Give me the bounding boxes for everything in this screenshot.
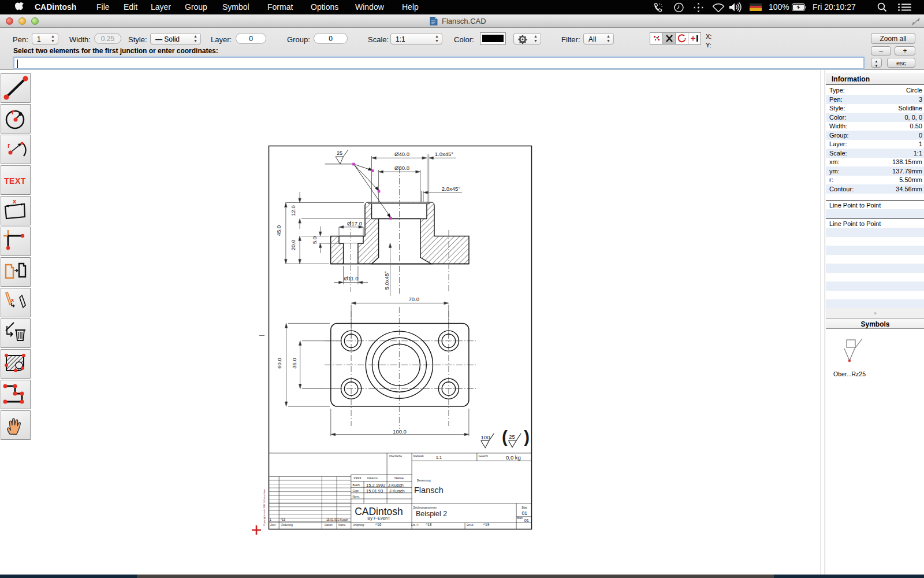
svg-text:Datum: Datum <box>367 476 378 480</box>
svg-text:r: r <box>8 142 10 150</box>
svg-text:Zust: Zust <box>270 524 276 527</box>
svg-text:1993: 1993 <box>353 476 362 480</box>
svg-text:15.01.93: 15.01.93 <box>326 518 338 521</box>
svg-text:Benennung: Benennung <box>417 479 431 482</box>
svg-text:Ursprung:: Ursprung: <box>353 524 364 527</box>
svg-text:Maßstab: Maßstab <box>413 455 424 458</box>
svg-text:^16: ^16 <box>375 523 382 527</box>
svg-text:Blatt: Blatt <box>517 517 523 520</box>
svg-text:1: 1 <box>270 518 271 521</box>
svg-text:Name: Name <box>338 524 346 527</box>
svg-text:15.2.1992: 15.2.1992 <box>366 483 385 488</box>
svg-text:Copyright nach DIN 34 beachten: Copyright nach DIN 34 beachten <box>263 489 266 526</box>
svg-text:100.0: 100.0 <box>393 428 407 435</box>
svg-text:45.0: 45.0 <box>275 225 282 236</box>
svg-text:Name: Name <box>394 476 404 480</box>
svg-text:Ø30.0: Ø30.0 <box>394 165 409 171</box>
svg-text:01: 01 <box>524 518 529 523</box>
svg-text:x: x <box>13 198 17 205</box>
svg-text:(: ( <box>502 427 508 446</box>
svg-text:20.0: 20.0 <box>290 240 296 251</box>
svg-text:1:1: 1:1 <box>436 455 442 460</box>
svg-text:x: x <box>11 297 14 303</box>
svg-text:25: 25 <box>509 433 515 440</box>
svg-text:12.0: 12.0 <box>290 205 296 216</box>
svg-text:25: 25 <box>337 150 342 156</box>
svg-text:TEXT: TEXT <box>4 176 26 186</box>
svg-text:^15: ^15 <box>281 518 285 521</box>
svg-text:r: r <box>12 108 14 116</box>
svg-text:Ø11.0: Ø11.0 <box>344 275 358 281</box>
svg-text:Gewicht: Gewicht <box>479 455 489 458</box>
svg-text:Flansch: Flansch <box>414 486 444 495</box>
svg-text:Ø17.0: Ø17.0 <box>347 220 362 227</box>
svg-text:Beispiel 2: Beispiel 2 <box>416 510 447 518</box>
svg-text:): ) <box>524 427 530 446</box>
svg-text:^19: ^19 <box>483 523 490 527</box>
svg-text:By F-EvenT: By F-EvenT <box>367 516 390 521</box>
svg-text:1.0x45°: 1.0x45° <box>435 151 454 157</box>
svg-text:^18: ^18 <box>426 523 432 527</box>
svg-text:Datum: Datum <box>325 524 333 527</box>
svg-text:J.Kusch: J.Kusch <box>338 518 348 521</box>
svg-text:Norm.: Norm. <box>353 495 360 498</box>
svg-text:100: 100 <box>481 434 490 440</box>
svg-text:15.01.93: 15.01.93 <box>366 488 383 494</box>
svg-text:36.0: 36.0 <box>291 358 297 369</box>
svg-text:01: 01 <box>522 510 528 516</box>
svg-text:Änderung: Änderung <box>281 523 293 527</box>
svg-text:Bearb.: Bearb. <box>353 484 361 487</box>
svg-text:Blatt: Blatt <box>522 506 528 509</box>
svg-text:J.Kusch: J.Kusch <box>388 483 404 488</box>
svg-text:Ers. f.:: Ers. f.: <box>411 524 419 527</box>
svg-text:2.0x45°: 2.0x45° <box>442 186 461 192</box>
svg-text:Gepr.: Gepr. <box>353 490 359 492</box>
svg-text:70.0: 70.0 <box>409 296 420 302</box>
svg-text:5.0: 5.0 <box>311 236 318 244</box>
svg-text:Oberfläche: Oberfläche <box>389 455 403 458</box>
svg-text:60.0: 60.0 <box>276 358 282 369</box>
svg-text:0,0 kg: 0,0 kg <box>506 454 521 461</box>
svg-text:Ø40.0: Ø40.0 <box>394 151 409 157</box>
svg-text:Ers.d.:: Ers.d.: <box>467 524 474 527</box>
svg-text:J.Kusch: J.Kusch <box>389 488 405 494</box>
svg-text:5.0x45°: 5.0x45° <box>383 271 390 290</box>
svg-text:Zeichnungsnummer: Zeichnungsnummer <box>413 506 437 509</box>
